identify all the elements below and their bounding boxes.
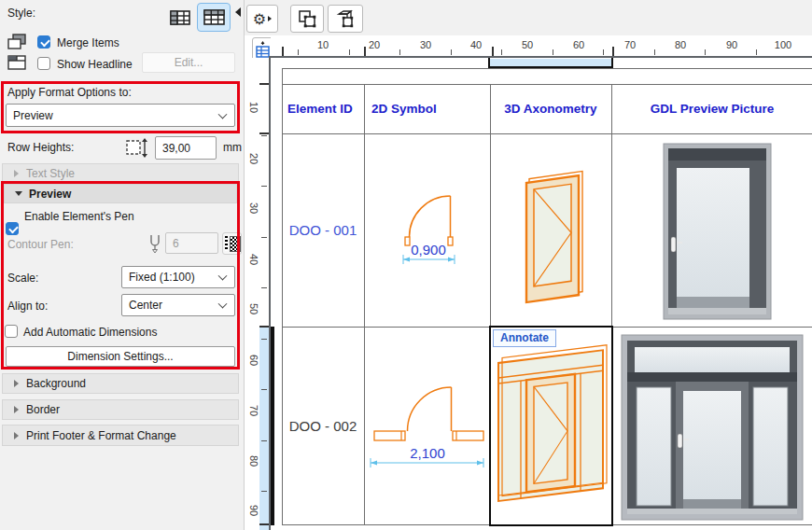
chevron-right-icon (268, 16, 272, 21)
show-headline-label: Show Headline (57, 58, 133, 71)
style-by-column-button[interactable] (164, 4, 195, 31)
vertical-ruler-ticks (261, 84, 267, 526)
cell-element-id-row1[interactable]: DOO - 001 (283, 134, 363, 326)
schedule-format-window: Style: Merge Items S (0, 0, 812, 530)
pen-icon (148, 233, 161, 254)
h-ruler-60: 60 (565, 39, 593, 50)
cell-gdl-preview-row1[interactable] (612, 134, 812, 326)
gdl-door-picture (612, 134, 812, 326)
align-to-value: Center (129, 299, 162, 312)
style-label: Style: (7, 7, 35, 20)
row-boundary-mark (259, 83, 269, 85)
border-section-header[interactable]: Border (2, 399, 239, 420)
auto-dimensions-label: Add Automatic Dimensions (23, 326, 157, 339)
select-3d-icon (335, 9, 356, 28)
v-ruler-90: 90 (248, 505, 259, 516)
cell-gdl-preview-row2[interactable] (614, 328, 812, 524)
v-ruler-40: 40 (248, 254, 259, 265)
door-2d-symbol: 2,100 (365, 328, 489, 524)
select-2d-items-button[interactable] (290, 5, 324, 33)
row-boundary-mark (259, 523, 269, 525)
header-cell-3d-axonometry[interactable]: 3D Axonometry (491, 85, 610, 132)
cell-element-id-row2[interactable]: DOO - 002 (283, 328, 363, 524)
table-row-style-icon (203, 9, 225, 25)
row-height-icon[interactable] (125, 137, 149, 159)
cell-3d-axonometry-row1[interactable] (491, 134, 610, 326)
selected-column-indicator-bar (490, 59, 611, 68)
h-ruler-10: 10 (309, 39, 337, 50)
pen-pattern-swatch[interactable] (222, 232, 242, 255)
apply-format-value: Preview (13, 109, 53, 122)
merge-items-checkbox[interactable] (37, 35, 50, 49)
dimension-settings-button[interactable]: Dimension Settings... (6, 346, 235, 367)
chevron-down-icon (218, 272, 228, 281)
align-to-label: Align to: (7, 300, 48, 313)
h-ruler-50: 50 (513, 39, 541, 50)
column-indicator-end-tick (611, 58, 613, 68)
show-headline-checkbox[interactable] (37, 57, 50, 70)
edit-headline-button[interactable]: Edit... (142, 52, 235, 73)
v-ruler-50: 50 (248, 303, 259, 314)
border-label: Border (26, 403, 60, 416)
h-ruler-100: 100 (769, 39, 797, 50)
h-ruler-90: 90 (718, 39, 746, 50)
enable-pen-label: Enable Element's Pen (24, 210, 134, 223)
chevron-right-icon (14, 380, 19, 387)
table-column-style-icon (170, 10, 190, 25)
door-3d-axonometry (491, 134, 610, 326)
v-ruler-60: 60 (248, 355, 259, 366)
settings-menu-button[interactable]: ⚙ (246, 5, 278, 33)
annotate-tag[interactable]: Annotate (493, 329, 556, 347)
row-boundary-mark (259, 132, 269, 134)
print-footer-section-header[interactable]: Print Footer & Format Change (2, 425, 239, 446)
contour-pen-label: Contour Pen: (7, 238, 74, 251)
row-boundary-mark (259, 326, 269, 328)
panel-collapse-icon[interactable] (235, 7, 241, 17)
headline-icon (7, 55, 26, 70)
v-ruler-70: 70 (248, 405, 259, 416)
v-ruler-10: 10 (248, 102, 259, 113)
apply-format-label: Apply Format Options to: (7, 86, 132, 99)
merge-items-icon (7, 34, 26, 50)
dimension-text: 2,100 (410, 445, 445, 461)
scale-dropdown[interactable]: Fixed (1:100) (121, 266, 235, 288)
contour-pen-input[interactable]: 6 (165, 232, 218, 254)
style-by-row-button[interactable] (197, 3, 231, 32)
text-style-section-header[interactable]: Text Style (2, 163, 239, 183)
v-ruler-20: 20 (248, 153, 259, 164)
chevron-down-icon (218, 109, 228, 119)
chevron-down-icon (218, 300, 228, 309)
align-to-dropdown[interactable]: Center (121, 294, 235, 316)
preview-section-label: Preview (29, 188, 71, 201)
h-ruler-40: 40 (462, 39, 490, 50)
auto-dimensions-checkbox[interactable] (5, 325, 18, 338)
pen-weight-strip (225, 236, 228, 251)
chevron-right-icon (14, 406, 19, 413)
edit-headline-button-label: Edit... (175, 56, 203, 69)
select-3d-items-button[interactable] (328, 5, 363, 33)
row-heights-unit: mm (223, 141, 242, 154)
cell-2d-symbol-row2[interactable]: 2,100 (365, 328, 489, 524)
chevron-right-icon (14, 170, 19, 177)
header-cell-gdl-preview[interactable]: GDL Preview Picture (612, 85, 812, 132)
v-ruler-30: 30 (248, 202, 259, 214)
chevron-right-icon (14, 432, 19, 439)
background-section-header[interactable]: Background (2, 373, 239, 394)
header-cell-element-id[interactable]: Element ID (283, 85, 363, 132)
row-heights-input[interactable]: 39,00 (155, 136, 217, 160)
selected-cell-border (489, 326, 613, 526)
preview-section-header[interactable]: Preview (4, 184, 237, 203)
cell-2d-symbol-row1[interactable]: 0,900 (365, 134, 489, 326)
scale-value: Fixed (1:100) (129, 271, 195, 284)
dimension-settings-label: Dimension Settings... (67, 350, 173, 363)
header-cell-2d-symbol[interactable]: 2D Symbol (365, 85, 489, 132)
gear-icon: ⚙ (253, 10, 266, 28)
background-label: Background (26, 377, 86, 390)
pen-pattern-icon (230, 236, 241, 252)
column-indicator-end-tick (488, 58, 490, 68)
text-style-label: Text Style (26, 167, 75, 180)
enable-pen-checkbox[interactable] (6, 222, 19, 235)
apply-format-dropdown[interactable]: Preview (6, 104, 235, 127)
row-heights-label: Row Heights: (7, 141, 74, 154)
merge-items-label: Merge Items (57, 36, 119, 49)
